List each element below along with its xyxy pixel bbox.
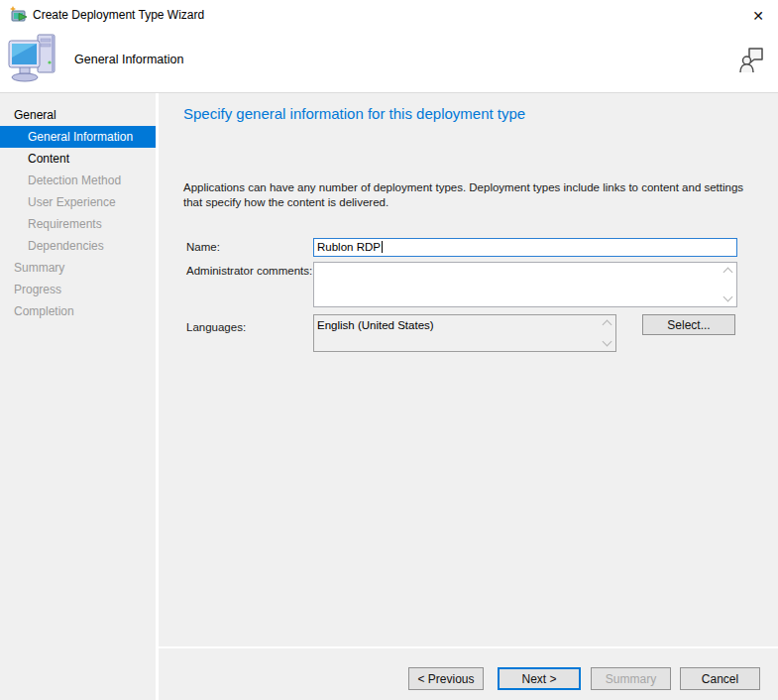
wizard-page: Specify general information for this dep… (159, 93, 778, 700)
chevron-down-icon (723, 292, 733, 302)
footer-divider (159, 646, 778, 648)
sidebar-item-progress: Progress (0, 279, 156, 300)
sidebar-item-dependencies: Dependencies (0, 235, 156, 257)
select-languages-button[interactable]: Select... (642, 314, 735, 335)
titlebar: Create Deployment Type Wizard ✕ (0, 0, 778, 30)
sidebar-item-general[interactable]: General (0, 104, 156, 126)
summary-button: Summary (591, 667, 671, 690)
chevron-up-icon (603, 320, 612, 330)
sidebar-item-summary: Summary (0, 257, 156, 279)
sidebar-item-content[interactable]: Content (0, 148, 156, 170)
page-title: Specify general information for this dep… (183, 105, 525, 122)
name-label: Name: (186, 241, 220, 253)
wizard-app-icon (10, 6, 29, 25)
cancel-button[interactable]: Cancel (680, 667, 760, 690)
sidebar-item-detection-method: Detection Method (0, 170, 156, 191)
page-description: Applications can have any number of depl… (183, 180, 744, 210)
wizard-window: Create Deployment Type Wizard ✕ General … (0, 0, 778, 700)
chevron-down-icon (603, 337, 612, 347)
computer-icon (8, 34, 61, 83)
previous-button[interactable]: < Previous (408, 667, 484, 690)
next-button[interactable]: Next > (498, 667, 581, 690)
chevron-up-icon (723, 268, 733, 278)
sidebar-item-user-experience: User Experience (0, 191, 156, 213)
name-input-value: Rublon RDP (317, 241, 381, 253)
languages-value: English (United States) (317, 319, 434, 331)
feedback-person-icon[interactable] (739, 47, 764, 73)
window-title: Create Deployment Type Wizard (33, 0, 204, 30)
sidebar-item-completion: Completion (0, 300, 156, 322)
admin-comments-label: Administrator comments: (186, 265, 312, 277)
sidebar-item-requirements: Requirements (0, 213, 156, 235)
text-caret (382, 241, 383, 253)
header-title: General Information (74, 30, 183, 89)
close-icon[interactable]: ✕ (744, 2, 772, 28)
languages-label: Languages: (186, 321, 246, 333)
admin-comments-input[interactable] (313, 262, 737, 307)
wizard-steps-sidebar: General General Information Content Dete… (0, 93, 156, 700)
languages-list[interactable]: English (United States) (313, 314, 616, 352)
wizard-header: General Information (0, 30, 778, 93)
name-input[interactable]: Rublon RDP (313, 238, 737, 257)
sidebar-item-general-information[interactable]: General Information (0, 126, 156, 148)
